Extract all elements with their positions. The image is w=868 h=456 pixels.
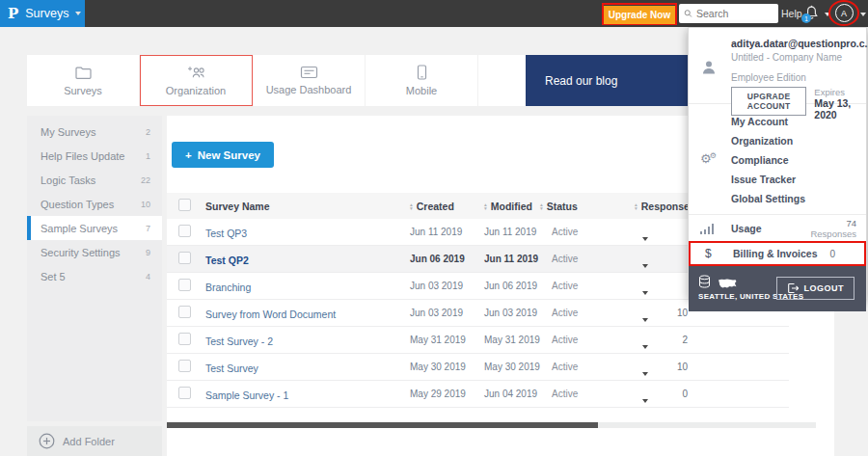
sidebar-folder-item[interactable]: Help Files Update 1 [27, 144, 162, 168]
status-value: Active [552, 389, 578, 399]
sort-icon[interactable] [635, 202, 637, 210]
usage-value: 74 [810, 218, 856, 228]
logout-label: LOGOUT [804, 283, 845, 293]
row-checkbox[interactable] [178, 360, 191, 372]
tab-usage-dashboard[interactable]: Usage Dashboard [253, 55, 366, 106]
notifications-bell[interactable]: 1 [804, 5, 821, 22]
tab-label: Organization [166, 85, 226, 96]
row-checkbox[interactable] [178, 225, 191, 237]
survey-name-link[interactable]: Branching [205, 282, 251, 293]
add-folder-button[interactable]: Add Folder [27, 426, 162, 456]
row-checkbox[interactable] [178, 306, 191, 318]
status-dropdown-caret[interactable] [642, 345, 648, 349]
expires-label: Expires [814, 87, 856, 97]
tab-mobile[interactable]: Mobile [366, 55, 478, 106]
logout-button[interactable]: LOGOUT [776, 277, 855, 300]
notification-count-badge: 1 [801, 13, 811, 23]
folder-count: 9 [146, 248, 150, 257]
account-company: Untitled - Company Name [731, 52, 856, 63]
table-row[interactable]: Sample Survey - 1 May 29 2019 Jun 04 201… [167, 381, 789, 408]
search-box[interactable] [679, 4, 778, 23]
account-footer: SEATTLE, UNITED STATES LOGOUT [689, 266, 866, 311]
column-header-survey-name[interactable]: Survey Name [205, 201, 410, 212]
column-header-status[interactable]: Status [547, 201, 578, 212]
dollar-icon: $ [705, 247, 712, 260]
tab-label: Mobile [406, 85, 437, 96]
survey-name-link[interactable]: Sample Survey - 1 [205, 389, 288, 401]
horizontal-scrollbar-thumb[interactable] [167, 422, 598, 428]
us-map-icon [718, 277, 738, 289]
tab-surveys[interactable]: Surveys [27, 55, 140, 106]
account-menu-item[interactable]: Issue Tracker [689, 170, 866, 189]
menu-item-usage[interactable]: Usage 74 Responses [689, 214, 866, 241]
status-dropdown-caret[interactable] [642, 372, 648, 376]
horizontal-scrollbar-track[interactable] [167, 422, 816, 428]
row-checkbox[interactable] [178, 279, 191, 291]
survey-name-link[interactable]: Test Survey - 2 [205, 335, 273, 347]
table-row[interactable]: Test Survey May 30 2019 May 30 2019 Acti… [167, 354, 789, 381]
created-cell: Jun 03 2019 [410, 308, 463, 318]
add-folder-label: Add Folder [63, 436, 115, 447]
sort-icon[interactable] [540, 202, 543, 210]
tab-organization[interactable]: Organization [140, 55, 253, 106]
help-link[interactable]: Help [781, 8, 802, 19]
sidebar-folder-item[interactable]: My Surveys 2 [27, 120, 162, 144]
survey-name-link[interactable]: Test QP3 [205, 228, 247, 239]
person-icon [700, 59, 718, 76]
search-input[interactable] [696, 8, 773, 19]
sidebar-folder-item[interactable]: Question Types 10 [27, 192, 162, 216]
sidebar-folder-item[interactable]: Sample Surveys 7 [27, 216, 162, 240]
sidebar-folder-item[interactable]: Set 5 4 [27, 264, 162, 288]
sidebar-folder-item[interactable]: Security Settings 9 [27, 240, 162, 264]
status-dropdown-caret[interactable] [642, 291, 648, 295]
avatar[interactable]: A [835, 4, 854, 22]
created-cell: May 30 2019 [410, 362, 466, 372]
usage-unit: Responses [810, 228, 856, 239]
survey-name-link[interactable]: Test Survey [205, 362, 258, 374]
row-checkbox[interactable] [178, 333, 191, 345]
upgrade-now-button[interactable]: Upgrade Now [604, 6, 675, 24]
folder-count: 2 [146, 127, 150, 137]
sidebar-folder-item[interactable]: Logic Tasks 22 [27, 168, 162, 192]
account-edition: Employee Edition [731, 72, 856, 83]
status-value: Active [552, 308, 578, 318]
survey-name-link[interactable]: Test QP2 [205, 255, 249, 266]
responses-cell: 0 [635, 389, 688, 399]
status-value: Active [552, 281, 578, 291]
menu-item-billing-invoices[interactable]: $ Billing & Invoices 0 [689, 241, 866, 266]
column-header-created[interactable]: Created [417, 201, 454, 212]
folder-count: 10 [141, 200, 150, 209]
new-survey-button[interactable]: + New Survey [172, 142, 274, 168]
row-checkbox[interactable] [178, 387, 191, 399]
column-header-modified[interactable]: Modified [491, 201, 532, 212]
account-menu-item[interactable]: Global Settings [689, 189, 866, 208]
account-header: aditya.datar@questionpro.c... Untitled -… [689, 28, 866, 103]
sort-icon[interactable] [484, 202, 487, 210]
row-checkbox[interactable] [178, 252, 191, 264]
table-row[interactable]: Test Survey - 2 May 31 2019 May 31 2019 … [167, 327, 789, 354]
account-menu-item[interactable]: My Account [689, 112, 866, 131]
survey-name-link[interactable]: Survey from Word Document [205, 308, 336, 320]
folder-count: 4 [146, 272, 150, 282]
app-switcher[interactable]: P Surveys [0, 0, 85, 27]
modified-cell: Jun 03 2019 [484, 308, 537, 318]
circle-plus-icon [39, 433, 55, 449]
account-menu-item[interactable]: ⚙⚙ Compliance [689, 150, 866, 170]
account-menu-item[interactable]: Organization [689, 131, 866, 150]
top-bar: P Surveys Upgrade Now Help 1 A [0, 0, 868, 27]
usage-label: Usage [731, 223, 762, 234]
chevron-down-icon [75, 12, 81, 15]
status-dropdown-caret[interactable] [642, 237, 648, 241]
modified-cell: Jun 11 2019 [484, 227, 536, 237]
status-dropdown-caret[interactable] [642, 264, 648, 268]
new-survey-label: New Survey [198, 149, 260, 161]
status-dropdown-caret[interactable] [642, 399, 648, 403]
select-all-checkbox[interactable] [178, 199, 191, 211]
bar-chart-icon [700, 223, 714, 234]
account-email: aditya.datar@questionpro.c... [731, 38, 856, 49]
billing-label: Billing & Invoices [733, 248, 818, 259]
chevron-down-icon[interactable] [860, 13, 866, 16]
status-dropdown-caret[interactable] [642, 318, 648, 322]
sort-icon[interactable] [410, 202, 413, 210]
search-icon [684, 8, 692, 19]
